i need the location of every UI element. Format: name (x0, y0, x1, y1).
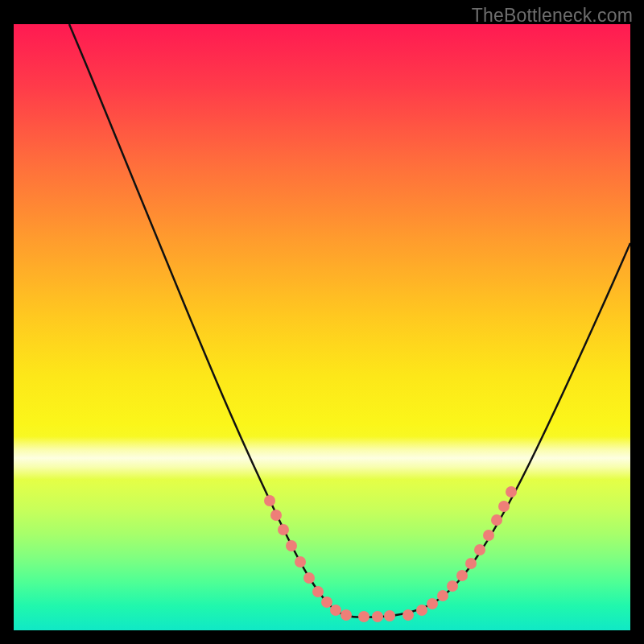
marker-dot (358, 611, 369, 622)
marker-dot (456, 570, 468, 581)
dotted-markers-group (264, 486, 517, 622)
marker-dot (330, 605, 341, 616)
marker-dot (427, 598, 438, 609)
marker-dot (416, 605, 427, 616)
marker-dot (465, 558, 477, 569)
marker-dot (295, 556, 306, 568)
marker-dot (498, 501, 510, 512)
bottleneck-curve (69, 24, 630, 617)
marker-dot (321, 597, 332, 608)
marker-dot (474, 544, 485, 555)
chart-svg (14, 24, 630, 630)
marker-dot (264, 495, 275, 506)
marker-dot (303, 572, 315, 584)
marker-dot (312, 586, 324, 597)
marker-dot (384, 610, 395, 621)
plot-area (14, 24, 630, 630)
marker-dot (447, 580, 458, 592)
marker-dot (372, 611, 383, 622)
marker-dot (437, 590, 448, 601)
marker-dot (506, 486, 517, 497)
chart-frame: TheBottleneck.com (0, 0, 644, 644)
marker-dot (491, 514, 502, 526)
marker-dot (270, 510, 282, 521)
marker-dot (483, 530, 494, 541)
marker-dot (402, 609, 414, 621)
marker-dot (341, 609, 352, 621)
marker-dot (286, 540, 297, 551)
watermark-text: TheBottleneck.com (472, 5, 633, 27)
marker-dot (278, 524, 289, 535)
